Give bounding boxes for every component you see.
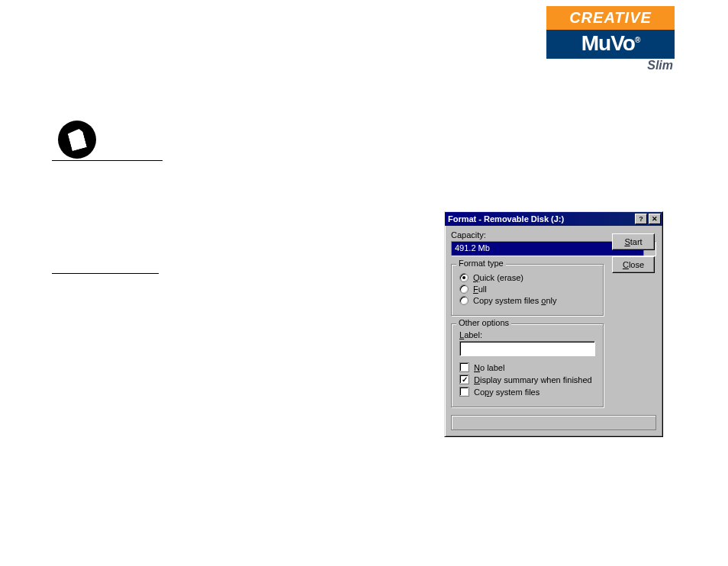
logo-muvo-text: MuVo® [546, 30, 675, 59]
progress-bar [451, 415, 656, 430]
label-input[interactable] [459, 341, 595, 356]
underline-1 [52, 160, 163, 161]
checkbox-icon [459, 375, 469, 384]
radio-icon [459, 273, 469, 282]
format-type-group: Format type Quick (erase) Full Copy syst… [451, 264, 604, 316]
dialog-title: Format - Removable Disk (J:) [446, 214, 633, 224]
checkbox-icon [459, 387, 469, 397]
logo-slim-text: Slim [546, 59, 675, 72]
check-display-summary[interactable]: Display summary when finished [459, 375, 595, 384]
close-window-button[interactable]: ✕ [649, 214, 661, 224]
start-button[interactable]: Start [612, 233, 655, 250]
radio-icon [459, 285, 469, 294]
format-dialog: Format - Removable Disk (J:) ? ✕ Start C… [444, 211, 663, 437]
dialog-titlebar[interactable]: Format - Removable Disk (J:) ? ✕ [445, 212, 662, 226]
radio-full[interactable]: Full [459, 285, 595, 294]
underline-2 [52, 273, 159, 274]
logo-creative-text: CREATIVE [546, 6, 675, 30]
other-options-group: Other options Label: No label Display su… [451, 323, 604, 407]
label-field-label: Label: [459, 330, 595, 339]
radio-quick[interactable]: Quick (erase) [459, 273, 595, 282]
brand-logo: CREATIVE MuVo® Slim [546, 6, 675, 72]
close-button[interactable]: Close [612, 256, 655, 273]
radio-copy-system-only[interactable]: Copy system files only [459, 296, 595, 305]
note-icon [58, 121, 96, 159]
format-type-legend: Format type [456, 259, 506, 268]
other-options-legend: Other options [456, 318, 511, 327]
check-no-label[interactable]: No label [459, 362, 595, 372]
check-copy-system-files[interactable]: Copy system files [459, 387, 595, 397]
help-button[interactable]: ? [635, 214, 647, 224]
radio-icon [459, 296, 469, 305]
checkbox-icon [459, 362, 469, 372]
